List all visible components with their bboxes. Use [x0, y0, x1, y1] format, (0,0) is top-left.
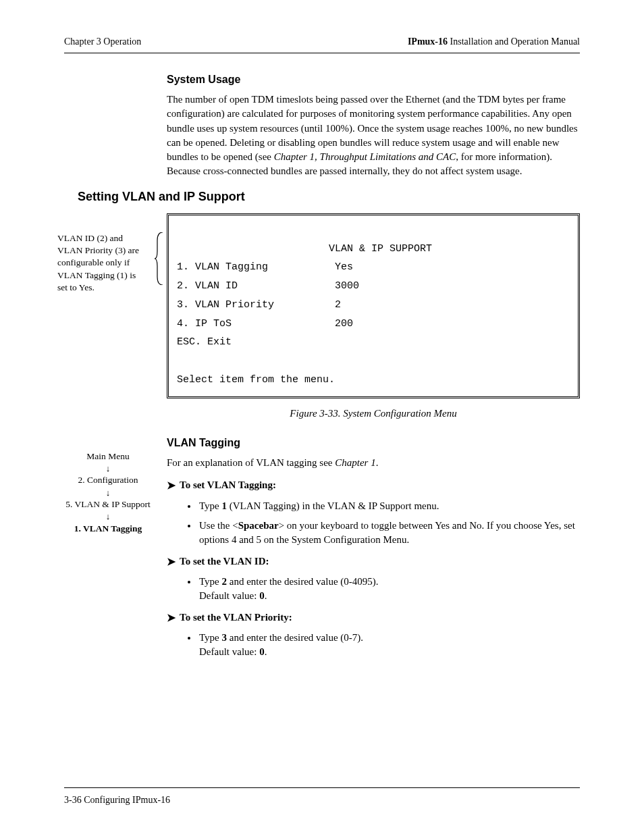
system-usage-para: The number of open TDM timeslots being p…	[167, 93, 580, 179]
figure-caption: Figure 3-33. System Configuration Menu	[167, 407, 580, 421]
manual-title: Installation and Operation Manual	[448, 36, 580, 47]
list-item: Type 1 (VLAN Tagging) in the VLAN & IP S…	[198, 499, 580, 513]
list-item: Type 2 and enter the desired value (0-40…	[198, 575, 580, 604]
terminal-screen: VLAN & IP SUPPORT1. VLAN Tagging Yes2. V…	[167, 213, 580, 398]
list-item: Use the <Spacebar> on your keyboard to t…	[198, 519, 580, 548]
procedure-list: Type 1 (VLAN Tagging) in the VLAN & IP S…	[198, 499, 580, 548]
arrow-right-icon: ➤	[167, 554, 176, 569]
product-name: IPmux-16	[408, 36, 448, 47]
breadcrumb-item: 2. Configuration	[64, 474, 152, 486]
arrow-right-icon: ➤	[167, 610, 176, 625]
brace-icon	[155, 232, 164, 285]
menu-item-1: 1. VLAN Tagging Yes	[177, 258, 570, 277]
down-arrow-icon: ↓	[64, 463, 152, 475]
breadcrumb-item: 5. VLAN & IP Support	[64, 498, 152, 511]
procedure-heading: ➤To set the VLAN Priority:	[167, 610, 580, 625]
breadcrumb: Main Menu ↓ 2. Configuration ↓ 5. VLAN &…	[64, 450, 152, 536]
procedure-heading: ➤To set VLAN Tagging:	[167, 478, 580, 493]
page-footer: 3-36 Configuring IPmux-16	[64, 787, 580, 807]
page-header: Chapter 3 Operation IPmux-16 Installatio…	[64, 35, 580, 53]
system-usage-heading: System Usage	[167, 72, 580, 87]
breadcrumb-item-current: 1. VLAN Tagging	[64, 523, 152, 535]
menu-item-3: 3. VLAN Priority 2	[177, 296, 570, 315]
list-item: Type 3 and enter the desired value (0-7)…	[198, 631, 580, 660]
procedure-list: Type 3 and enter the desired value (0-7)…	[198, 631, 580, 660]
margin-note: VLAN ID (2) and VLAN Priority (3) are co…	[57, 232, 145, 294]
xref-chapter1: Chapter 1	[335, 457, 375, 468]
down-arrow-icon: ↓	[64, 487, 152, 499]
xref-chapter1-cac: Chapter 1, Throughput Limitations and CA…	[274, 151, 456, 162]
setting-vlan-ip-heading: Setting VLAN and IP Support	[78, 188, 580, 205]
vlan-tagging-heading: VLAN Tagging	[167, 436, 580, 450]
header-left: Chapter 3 Operation	[64, 35, 141, 49]
header-right: IPmux-16 Installation and Operation Manu…	[408, 35, 580, 49]
arrow-right-icon: ➤	[167, 478, 176, 493]
vlan-tagging-intro: For an explanation of VLAN tagging see C…	[167, 456, 580, 470]
menu-prompt: Select item from the menu.	[177, 371, 570, 390]
menu-esc: ESC. Exit	[177, 333, 570, 352]
screen-title: VLAN & IP SUPPORT	[177, 240, 570, 259]
menu-item-2: 2. VLAN ID 3000	[177, 277, 570, 296]
procedure-heading: ➤To set the VLAN ID:	[167, 554, 580, 569]
procedure-list: Type 2 and enter the desired value (0-40…	[198, 575, 580, 604]
breadcrumb-item: Main Menu	[64, 450, 152, 463]
down-arrow-icon: ↓	[64, 511, 152, 523]
footer-text: 3-36 Configuring IPmux-16	[64, 795, 170, 805]
menu-item-4: 4. IP ToS 200	[177, 315, 570, 334]
